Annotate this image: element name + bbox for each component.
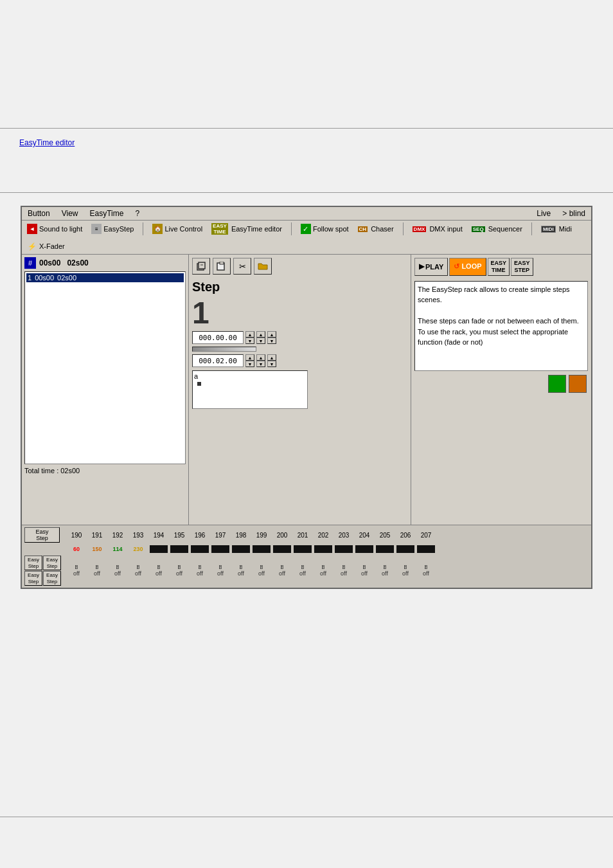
easy-step-label-1[interactable]: EasyStep	[24, 556, 42, 570]
spin-down-2c[interactable]: ▼	[267, 361, 276, 367]
xfader-label: X-Fader	[39, 242, 65, 250]
fader-handle-195: 🎚	[177, 565, 182, 570]
fader-black-199	[253, 545, 271, 553]
easystep-label: EasyStep	[103, 225, 134, 233]
fader-off-203: off	[341, 570, 347, 577]
menu-button[interactable]: Button	[25, 208, 53, 219]
spin-up-1a[interactable]: ▲	[245, 331, 254, 338]
menu-easytime[interactable]: EasyTime	[87, 208, 127, 219]
menu-blind[interactable]: > blind	[560, 208, 588, 219]
ch-num-207: 207	[416, 532, 436, 539]
spinner-group-1b: ▲ ▼	[256, 331, 265, 344]
menu-live[interactable]: Live	[534, 208, 553, 219]
off-cell-201: 🎚 off	[292, 564, 313, 578]
step-list[interactable]: 1 00s00 02s00	[24, 271, 186, 464]
orange-swatch[interactable]	[569, 375, 587, 393]
spin-up-1b[interactable]: ▲	[256, 331, 265, 338]
spin-down-1b[interactable]: ▼	[256, 338, 265, 344]
xfader-button[interactable]: ⚡ X-Fader	[25, 240, 67, 252]
sequencer-button[interactable]: SEQ Sequencer	[470, 224, 524, 233]
fader-off-197: off	[217, 570, 224, 577]
info-text-box: The EasyStep rack allows to create simpl…	[414, 281, 588, 371]
app-window: Button View EasyTime ? Live > blind ◄ So…	[21, 206, 592, 589]
spin-down-2a[interactable]: ▼	[245, 361, 254, 367]
easy-step-label-3[interactable]: EasyStep	[24, 571, 42, 586]
spin-up-1c[interactable]: ▲	[267, 331, 276, 338]
copy-button[interactable]	[192, 258, 210, 275]
off-cell-206: 🎚 off	[395, 564, 416, 578]
dmx-input-button[interactable]: DMX DMX input	[411, 224, 465, 233]
ch-num-195: 195	[169, 532, 190, 539]
sound-to-light-button[interactable]: ◄ Sound to light	[25, 223, 84, 235]
easy-step-label-4[interactable]: EasyStep	[43, 571, 61, 586]
ch-num-206: 206	[395, 532, 416, 539]
scissors-button[interactable]: ✂	[233, 258, 251, 275]
fader-off-205: off	[382, 570, 388, 577]
live-control-button[interactable]: 🏠 Live Control	[150, 223, 204, 235]
bottom-fader-row: EasyStep EasyStep EasyStep EasyStep 🎚 of…	[24, 556, 589, 586]
easystep-icon: ≡	[91, 224, 102, 234]
fader-cell-206	[395, 544, 416, 554]
fader-black-195	[170, 545, 188, 553]
spin-down-1a[interactable]: ▼	[245, 338, 254, 344]
easy-step-button[interactable]: EASYSTEP	[511, 258, 533, 276]
left-panel: # 00s00 02s00 1 00s00 02s00	[22, 255, 189, 525]
bottom-fader-label-area: EasyStep EasyStep EasyStep EasyStep	[24, 556, 66, 586]
spin-up-2c[interactable]: ▲	[267, 354, 276, 361]
step-row-1[interactable]: 1 00s00 02s00	[26, 273, 184, 282]
loop-button[interactable]: ↺ LOOP	[449, 258, 486, 276]
content-area: Button View EasyTime ? Live > blind ◄ So…	[0, 193, 613, 817]
spin-up-2b[interactable]: ▲	[256, 354, 265, 361]
fader-cell-191: 150	[87, 544, 107, 554]
spin-down-1c[interactable]: ▼	[267, 338, 276, 344]
channel-numbers-row: EasyStep 190 191 192 193 194 195 196 197…	[24, 527, 589, 543]
chaser-button[interactable]: CH Chaser	[356, 224, 396, 233]
midi-button[interactable]: MIDI Midi	[539, 224, 574, 233]
sound-to-light-label: Sound to light	[39, 225, 82, 233]
ch-num-192: 192	[107, 532, 128, 539]
time-end: 02s00	[67, 258, 88, 267]
easy-step-label-2[interactable]: EasyStep	[43, 556, 61, 570]
off-cell-202: 🎚 off	[313, 564, 333, 578]
green-swatch[interactable]	[548, 375, 566, 393]
fader-cell-202	[313, 544, 333, 554]
fader-off-207: off	[423, 570, 429, 577]
folder-button[interactable]	[254, 258, 272, 275]
play-button[interactable]: ▶ PLAY	[414, 258, 448, 276]
paste-button[interactable]	[213, 258, 231, 275]
fader-off-192: off	[114, 570, 121, 577]
easytime-editor-button[interactable]: EASYTIME EasyTime editor	[209, 222, 284, 235]
step-text-area[interactable]: a	[192, 370, 308, 409]
easytime-editor-link[interactable]: EasyTime editor	[19, 138, 75, 147]
dmx-input-label: DMX input	[429, 225, 462, 233]
fader-values-row: 60 150 114 230	[24, 544, 589, 554]
off-cell-191: 🎚 off	[87, 564, 107, 578]
easy-step-main-label[interactable]: EasyStep	[24, 527, 60, 543]
fader-handle-205: 🎚	[382, 565, 387, 570]
fader-handle-207: 🎚	[423, 565, 429, 570]
off-cell-197: 🎚 off	[210, 564, 231, 578]
follow-spot-button[interactable]: ✓ Follow spot	[299, 223, 351, 235]
spin-up-2a[interactable]: ▲	[245, 354, 254, 361]
spin-down-2b[interactable]: ▼	[256, 361, 265, 367]
loop-label: LOOP	[461, 262, 481, 270]
menu-bar: Button View EasyTime ? Live > blind	[22, 207, 591, 221]
easystep-button[interactable]: ≡ EasyStep	[89, 223, 136, 235]
fader-cell-201	[292, 544, 313, 554]
live-icon: 🏠	[152, 224, 163, 234]
off-cell-207: 🎚 off	[416, 564, 436, 578]
easy-time-button[interactable]: EASYTIME	[488, 258, 510, 276]
fade-bar[interactable]	[192, 347, 256, 352]
ch-num-204: 204	[354, 532, 375, 539]
channel-strip-label: EasyStep	[24, 527, 66, 543]
app-main: # 00s00 02s00 1 00s00 02s00	[22, 255, 591, 525]
fader-cell-192: 114	[107, 544, 128, 554]
time-start: 00s00	[39, 258, 60, 267]
fader-black-196	[191, 545, 209, 553]
ch-num-191: 191	[87, 532, 107, 539]
hash-button[interactable]: #	[24, 257, 36, 269]
menu-help[interactable]: ?	[132, 208, 142, 219]
ch-num-201: 201	[292, 532, 313, 539]
fader-off-202: off	[320, 570, 326, 577]
menu-view[interactable]: View	[59, 208, 81, 219]
